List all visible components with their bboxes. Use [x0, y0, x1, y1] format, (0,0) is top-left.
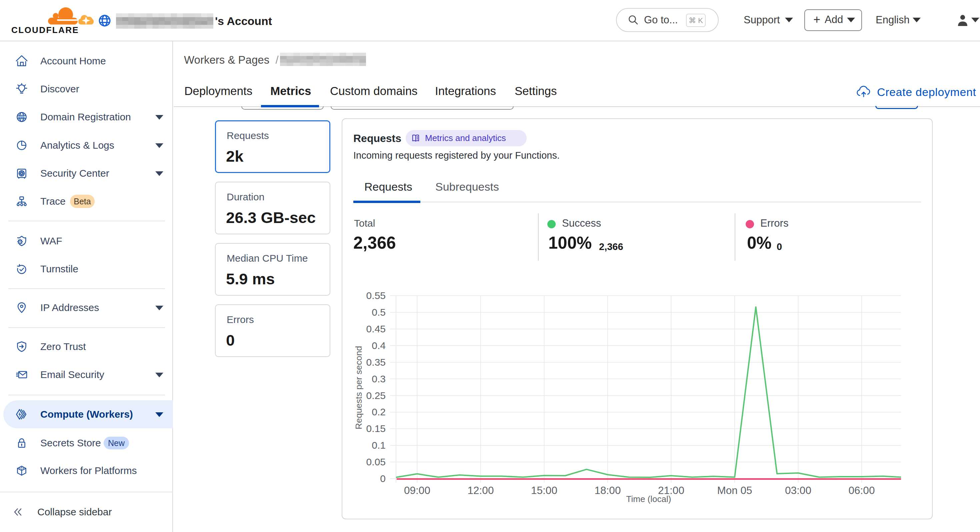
svg-text:Requests per second: Requests per second — [354, 346, 364, 429]
svg-text:www.: www. — [18, 115, 25, 119]
svg-text:0: 0 — [380, 473, 386, 484]
svg-text:Mon 05: Mon 05 — [717, 484, 752, 496]
svg-text:03:00: 03:00 — [785, 484, 811, 496]
svg-text:0.45: 0.45 — [366, 323, 386, 334]
svg-text:Time (local): Time (local) — [626, 494, 671, 504]
svg-text:CLOUDFLARE: CLOUDFLARE — [11, 25, 79, 34]
svg-text:0.3: 0.3 — [372, 373, 386, 384]
svg-text:06:00: 06:00 — [849, 484, 875, 496]
svg-text:0.25: 0.25 — [366, 390, 386, 401]
svg-text:0.35: 0.35 — [366, 357, 386, 368]
svg-text:09:00: 09:00 — [404, 484, 430, 496]
svg-text:0.4: 0.4 — [372, 340, 386, 351]
svg-text:12:00: 12:00 — [468, 484, 494, 496]
svg-text:0.5: 0.5 — [372, 307, 386, 318]
svg-text:15:00: 15:00 — [531, 484, 557, 496]
svg-text:0.55: 0.55 — [366, 290, 386, 301]
svg-text:0.15: 0.15 — [366, 423, 386, 434]
svg-text:0.2: 0.2 — [372, 406, 386, 417]
svg-text:0.05: 0.05 — [366, 456, 386, 467]
svg-text:18:00: 18:00 — [595, 484, 621, 496]
svg-text:0.1: 0.1 — [372, 440, 386, 451]
